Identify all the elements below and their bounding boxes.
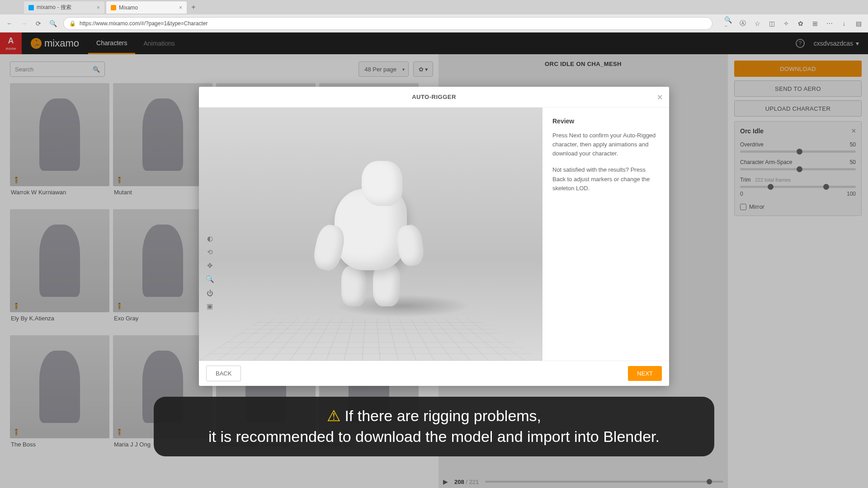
- close-icon[interactable]: ×: [657, 92, 663, 103]
- camera-icon[interactable]: ▣: [205, 302, 214, 311]
- back-button[interactable]: BACK: [206, 366, 241, 381]
- mixamo-favicon-icon: [111, 5, 116, 10]
- review-text-1: Press Next to confirm your Auto-Rigged c…: [552, 131, 659, 158]
- modal-title: AUTO-RIGGER: [412, 94, 456, 100]
- caption-line1: If there are rigging problems,: [344, 407, 541, 424]
- bing-icon: [28, 5, 34, 10]
- review-pane: Review Press Next to confirm your Auto-R…: [542, 108, 669, 361]
- browser-tab-mixamo[interactable]: Mixamo ×: [106, 1, 187, 14]
- read-aloud-icon[interactable]: Ⓐ: [739, 19, 747, 28]
- address-bar: ← → ⟳ 🔍 🔒 https://www.mixamo.com/#/?page…: [0, 14, 868, 33]
- split-icon[interactable]: ◫: [768, 19, 776, 28]
- lock-icon: 🔒: [69, 20, 76, 27]
- viewport-3d[interactable]: ◐ ⟲ ✥ 🔍 ⏻ ▣: [199, 108, 542, 361]
- browser-tab-bar: mixamo - 搜索 × Mixamo × +: [0, 0, 868, 14]
- tab-label: Mixamo: [119, 5, 138, 11]
- modal-header: AUTO-RIGGER ×: [199, 87, 669, 108]
- browser-tab-search[interactable]: mixamo - 搜索 ×: [24, 1, 105, 14]
- reload-icon[interactable]: ⟳: [34, 19, 42, 28]
- move-icon[interactable]: ✥: [205, 261, 214, 270]
- close-icon[interactable]: ×: [179, 5, 182, 11]
- downloads-icon[interactable]: ↓: [840, 19, 848, 28]
- review-heading: Review: [552, 117, 659, 125]
- forward-icon: →: [20, 19, 28, 28]
- power-icon[interactable]: ⏻: [205, 288, 214, 297]
- shading-icon[interactable]: ◐: [205, 234, 214, 243]
- viewport-tools: ◐ ⟲ ✥ 🔍 ⏻ ▣: [205, 234, 214, 311]
- review-text-2: Not satisfied with the results? Press Ba…: [552, 165, 659, 192]
- floor-grid: [199, 319, 542, 361]
- favorites-bar-icon[interactable]: ✧: [782, 19, 790, 28]
- url-input[interactable]: 🔒 https://www.mixamo.com/#/?page=1&type=…: [63, 17, 712, 30]
- back-icon[interactable]: ←: [5, 19, 14, 28]
- more-icon[interactable]: ⋯: [826, 19, 834, 28]
- browser-chrome: mixamo - 搜索 × Mixamo × + ← → ⟳ 🔍 🔒 https…: [0, 0, 868, 33]
- extensions-icon[interactable]: ✿: [797, 19, 805, 28]
- caption-line2: it is recommended to download the model …: [208, 428, 660, 445]
- search-icon[interactable]: 🔍: [205, 275, 214, 284]
- character-mesh: [307, 157, 434, 311]
- tab-label: mixamo - 搜索: [37, 4, 71, 11]
- sidebar-icon[interactable]: ▤: [854, 19, 863, 28]
- next-button[interactable]: NEXT: [628, 366, 662, 381]
- url-text: https://www.mixamo.com/#/?page=1&type=Ch…: [80, 20, 208, 27]
- autorigger-modal: AUTO-RIGGER × ◐: [199, 87, 669, 386]
- close-icon[interactable]: ×: [97, 5, 100, 11]
- new-tab-button[interactable]: +: [188, 2, 199, 13]
- zoom-icon[interactable]: 🔍⁻: [724, 19, 732, 28]
- reset-icon[interactable]: ⟲: [205, 248, 214, 257]
- subtitle-overlay: ⚠ If there are rigging problems, it is r…: [154, 397, 714, 456]
- search-icon[interactable]: 🔍: [49, 19, 57, 28]
- collections-icon[interactable]: ⊞: [811, 19, 819, 28]
- warning-icon: ⚠: [327, 407, 340, 424]
- favorite-icon[interactable]: ☆: [753, 19, 761, 28]
